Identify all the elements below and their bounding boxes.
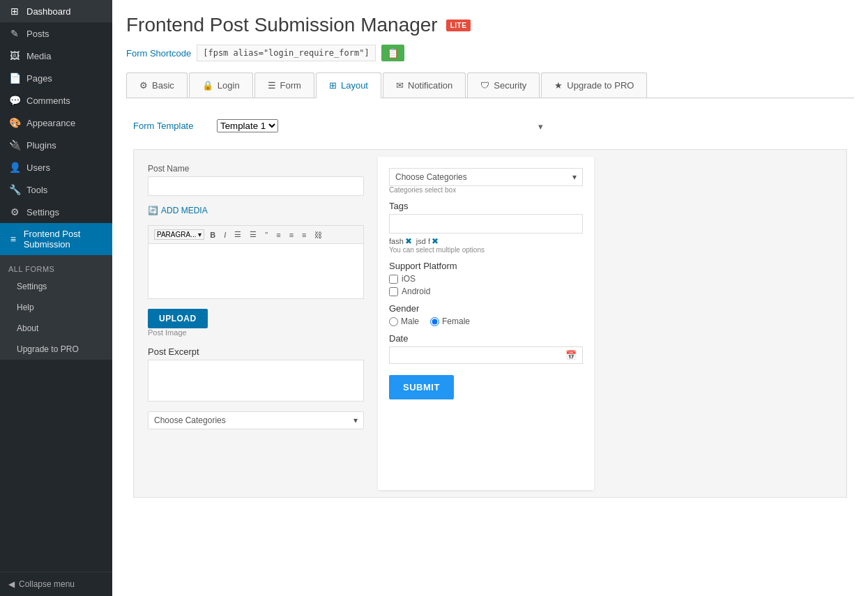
sidebar-item-plugins[interactable]: 🔌 Plugins	[0, 134, 112, 156]
tools-icon: 🔧	[8, 184, 21, 195]
media-icon: 🖼	[8, 50, 21, 61]
calendar-icon[interactable]: 📅	[565, 350, 577, 360]
editor-para-dropdown[interactable]: PARAGRA... ▾	[154, 229, 204, 240]
tags-label: Tags	[389, 201, 408, 211]
basic-tab-icon: ⚙	[139, 80, 148, 91]
date-label: Date	[389, 333, 408, 344]
gender-female-option: Female	[430, 316, 470, 326]
sidebar-item-appearance[interactable]: 🎨 Appearance	[0, 112, 112, 134]
frontend-post-icon: ≡	[8, 234, 18, 245]
layout-tab-icon: ⊞	[329, 80, 337, 91]
sidebar-item-posts[interactable]: ✎ Posts	[0, 22, 112, 45]
tab-basic[interactable]: ⚙ Basic	[126, 72, 188, 98]
sidebar-item-sub-settings[interactable]: Settings	[0, 276, 112, 297]
security-tab-icon: 🛡	[480, 80, 489, 91]
notification-tab-icon: ✉	[396, 80, 404, 91]
editor-align-left-button[interactable]: ≡	[273, 229, 283, 240]
post-excerpt-textarea[interactable]	[148, 360, 364, 402]
editor-ol-button[interactable]: ☰	[247, 229, 259, 240]
support-platform-section: Support Platform iOS Android	[389, 261, 583, 296]
sidebar-item-sub-upgrade[interactable]: Upgrade to PRO	[0, 339, 112, 360]
editor-quote-button[interactable]: "	[262, 229, 271, 240]
sidebar-item-comments[interactable]: 💬 Comments	[0, 89, 112, 112]
post-name-field: Post Name	[148, 164, 364, 196]
comments-icon: 💬	[8, 95, 21, 106]
gender-female-label: Female	[442, 316, 470, 326]
upgrade-tab-icon: ★	[554, 80, 563, 91]
dashboard-icon: ⊞	[8, 6, 21, 17]
shortcode-value: [fpsm alias="login_require_form"]	[197, 45, 375, 61]
tags-input[interactable]	[389, 214, 583, 234]
pages-icon: 📄	[8, 72, 21, 84]
gender-options: Male Female	[389, 316, 583, 326]
gender-female-radio[interactable]	[430, 317, 439, 326]
plugins-icon: 🔌	[8, 139, 21, 151]
gender-male-radio[interactable]	[389, 317, 398, 326]
tab-content: Form Template Template 1 Template 2 Temp…	[126, 112, 854, 505]
tab-layout[interactable]: ⊞ Layout	[316, 72, 381, 98]
copy-shortcode-button[interactable]: 📋	[381, 45, 404, 61]
add-media-button[interactable]: 🔄 ADD MEDIA	[148, 206, 364, 215]
gender-male-label: Male	[401, 316, 419, 326]
post-excerpt-field: Post Excerpt	[148, 346, 364, 402]
tag-remove-2[interactable]: ✖	[432, 236, 439, 246]
tab-notification[interactable]: ✉ Notification	[383, 72, 466, 98]
editor-align-right-button[interactable]: ≡	[299, 229, 309, 240]
gender-male-option: Male	[389, 316, 419, 326]
editor-bold-button[interactable]: B	[207, 229, 218, 240]
support-platform-label: Support Platform	[389, 261, 457, 271]
sidebar-item-media[interactable]: 🖼 Media	[0, 45, 112, 67]
categories-select-wrapper: Choose Categories ▾	[148, 411, 364, 429]
tags-section: Tags fash ✖ jsd f ✖ You c	[389, 201, 583, 254]
categories-hint: Categories select box	[389, 186, 583, 194]
sidebar-item-frontend-post[interactable]: ≡ Frontend Post Submission	[0, 223, 112, 255]
template-select-wrapper: Template 1 Template 2 Template 3	[217, 119, 551, 132]
right-categories-wrapper: Choose Categories ▾ Categories select bo…	[389, 168, 583, 194]
platform-android-checkbox[interactable]	[389, 287, 398, 296]
form-template-row: Form Template Template 1 Template 2 Temp…	[126, 119, 854, 132]
submit-button[interactable]: SUBMIT	[389, 375, 454, 399]
sidebar-item-pages[interactable]: 📄 Pages	[0, 67, 112, 89]
shortcode-row: Form Shortcode [fpsm alias="login_requir…	[126, 45, 854, 61]
tab-form[interactable]: ☰ Form	[254, 72, 314, 98]
tab-security[interactable]: 🛡 Security	[467, 72, 540, 98]
right-categories-arrow-icon: ▾	[572, 172, 577, 182]
editor-toolbar: PARAGRA... ▾ B I ☰ ☰ " ≡ ≡ ≡ ⛓	[148, 225, 364, 243]
sidebar-item-sub-about[interactable]: About	[0, 318, 112, 339]
sidebar: ⊞ Dashboard ✎ Posts 🖼 Media 📄 Pages 💬 Co…	[0, 0, 112, 596]
form-preview: Post Name 🔄 ADD MEDIA PARAGRA... ▾ B I	[133, 149, 847, 498]
categories-select[interactable]: Choose Categories ▾	[148, 411, 364, 429]
tag-remove-1[interactable]: ✖	[405, 236, 412, 246]
collapse-menu[interactable]: ◀ Collapse menu	[0, 572, 112, 596]
sidebar-item-settings[interactable]: ⚙ Settings	[0, 201, 112, 223]
platform-ios-label: iOS	[402, 274, 416, 284]
page-title: Frontend Post Submission Manager	[126, 14, 438, 36]
main-content: Frontend Post Submission Manager LITE Fo…	[112, 0, 868, 596]
form-template-label: Form Template	[133, 121, 203, 131]
editor-align-center-button[interactable]: ≡	[287, 229, 296, 240]
right-categories-dropdown[interactable]: Choose Categories ▾	[389, 168, 583, 186]
sidebar-submenu: All Forms Settings Help About Upgrade to…	[0, 255, 112, 360]
tab-upgrade[interactable]: ★ Upgrade to PRO	[541, 72, 647, 98]
sidebar-item-sub-help[interactable]: Help	[0, 297, 112, 318]
form-tab-icon: ☰	[268, 80, 276, 91]
template-select[interactable]: Template 1 Template 2 Template 3	[217, 119, 278, 132]
platform-ios-checkbox[interactable]	[389, 275, 398, 284]
sidebar-item-tools[interactable]: 🔧 Tools	[0, 178, 112, 201]
post-name-input[interactable]	[148, 176, 364, 196]
categories-arrow-icon: ▾	[353, 415, 358, 425]
upload-button[interactable]: UPLOAD	[148, 309, 208, 328]
collapse-icon: ◀	[8, 579, 15, 589]
post-excerpt-label: Post Excerpt	[148, 346, 364, 357]
tabs-bar: ⚙ Basic 🔒 Login ☰ Form ⊞ Layout ✉ Notifi…	[126, 72, 854, 98]
editor-ul-button[interactable]: ☰	[231, 229, 244, 240]
appearance-icon: 🎨	[8, 117, 21, 128]
sidebar-item-dashboard[interactable]: ⊞ Dashboard	[0, 0, 112, 22]
login-tab-icon: 🔒	[202, 80, 213, 91]
tab-login[interactable]: 🔒 Login	[189, 72, 253, 98]
editor-italic-button[interactable]: I	[221, 229, 229, 240]
upload-section: UPLOAD Post Image	[148, 309, 364, 337]
editor-content[interactable]	[148, 243, 364, 299]
editor-link-button[interactable]: ⛓	[312, 229, 325, 240]
sidebar-item-users[interactable]: 👤 Users	[0, 156, 112, 178]
